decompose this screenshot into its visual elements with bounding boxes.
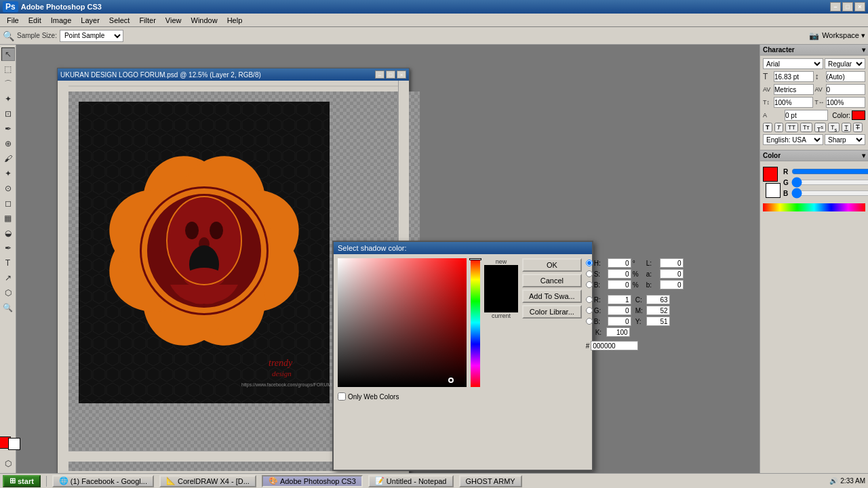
font-style-select[interactable]: Regular — [825, 58, 865, 69]
close-button[interactable]: × — [854, 2, 865, 12]
marquee-tool-button[interactable]: ⬚ — [1, 62, 15, 76]
history-tool-button[interactable]: ⊙ — [1, 182, 15, 195]
menu-file[interactable]: File — [3, 15, 23, 26]
fg-color-box[interactable] — [763, 167, 778, 182]
k-value[interactable] — [606, 327, 630, 337]
current-label: current — [484, 312, 518, 319]
eyedropper-tool-button[interactable]: ✒ — [1, 122, 15, 136]
menu-view[interactable]: View — [161, 15, 186, 26]
baseline-shift-input[interactable] — [785, 110, 828, 121]
language-select[interactable]: English: USA — [763, 134, 823, 145]
hue-radio[interactable] — [586, 260, 593, 266]
g-radio[interactable] — [586, 307, 593, 314]
start-button[interactable]: ⊞ start — [3, 475, 41, 487]
ok-button[interactable]: OK — [522, 258, 582, 272]
r-radio[interactable] — [586, 296, 593, 303]
quick-select-tool-button[interactable]: ✦ — [1, 92, 15, 106]
color-libraries-button[interactable]: Color Librar... — [522, 305, 582, 319]
italic-button[interactable]: T — [774, 123, 784, 132]
h-value[interactable] — [608, 258, 631, 268]
m-value[interactable] — [646, 306, 670, 315]
b-dialog-value[interactable] — [608, 317, 631, 326]
menu-image[interactable]: Image — [47, 15, 76, 26]
hex-input[interactable] — [591, 341, 638, 350]
background-color-swatch[interactable] — [8, 438, 20, 450]
move-tool-button[interactable]: ↖ — [1, 47, 15, 61]
taskbar-ghost-army-button[interactable]: GHOST ARMY — [459, 475, 522, 487]
s-value[interactable] — [608, 269, 631, 279]
shape-tool-button[interactable]: ⬡ — [1, 286, 15, 300]
bg-color-box[interactable] — [766, 183, 781, 198]
brightness-radio[interactable] — [586, 281, 593, 288]
menu-help[interactable]: Help — [223, 15, 247, 26]
a-value[interactable] — [660, 269, 684, 279]
saturation-radio[interactable] — [586, 270, 593, 277]
text-color-swatch[interactable] — [852, 110, 865, 120]
add-to-swatches-button[interactable]: Add To Swa... — [522, 289, 582, 303]
menu-edit[interactable]: Edit — [24, 15, 45, 26]
options-bar: 🔍 Sample Size: Point Sample 3 by 3 Avera… — [0, 27, 868, 45]
b-radio[interactable] — [586, 318, 593, 325]
type-tool-button[interactable]: T — [1, 256, 15, 270]
subscript-button[interactable]: Ts — [828, 123, 840, 132]
b-hsb-value[interactable] — [608, 280, 631, 289]
hue-slider[interactable] — [471, 258, 480, 387]
g-dialog-value[interactable] — [608, 306, 631, 315]
y-value[interactable] — [646, 317, 670, 326]
lasso-tool-button[interactable]: ⌒ — [1, 77, 15, 91]
doc-maximize-button[interactable]: □ — [386, 70, 395, 79]
font-size-input[interactable] — [774, 71, 814, 82]
kerning-select[interactable] — [774, 84, 814, 95]
windows-logo-icon: ⊞ — [9, 476, 16, 485]
superscript-button[interactable]: Ts — [814, 123, 826, 132]
strikethrough-button[interactable]: T̶ — [853, 123, 863, 132]
g-slider[interactable] — [791, 180, 868, 185]
ie-icon: 🌐 — [59, 476, 68, 485]
minimize-button[interactable]: – — [830, 2, 841, 12]
pen-tool-button[interactable]: ✒ — [1, 241, 15, 255]
eraser-tool-button[interactable]: ◻ — [1, 197, 15, 210]
font-family-select[interactable]: Arial — [763, 58, 823, 69]
maximize-button[interactable]: □ — [842, 2, 853, 12]
crop-tool-button[interactable]: ⊡ — [1, 107, 15, 121]
r-dialog-value[interactable] — [608, 295, 631, 304]
menu-select[interactable]: Select — [105, 15, 134, 26]
doc-close-button[interactable]: × — [397, 70, 406, 79]
doc-minimize-button[interactable]: – — [375, 70, 384, 79]
dodge-tool-button[interactable]: ◒ — [1, 226, 15, 240]
bold-button[interactable]: T — [763, 123, 772, 132]
zoom-tool-button[interactable]: 🔍 — [1, 301, 15, 314]
taskbar-coreldraw-button[interactable]: 📐 CorelDRAW X4 - [D... — [159, 475, 256, 487]
screen-mode-button[interactable]: ⬡ — [1, 457, 15, 470]
color-gradient-picker[interactable] — [338, 258, 467, 387]
leading-input[interactable] — [826, 71, 866, 82]
c-value[interactable] — [646, 295, 670, 304]
all-caps-button[interactable]: TT — [785, 123, 798, 132]
menu-layer[interactable]: Layer — [77, 15, 104, 26]
color-panel-title: Color▾ — [760, 150, 868, 161]
taskbar-facebook-button[interactable]: 🌐 (1) Facebook - Googl... — [52, 475, 154, 487]
clone-tool-button[interactable]: ✦ — [1, 167, 15, 180]
sample-size-select[interactable]: Point Sample 3 by 3 Average 5 by 5 Avera… — [60, 30, 123, 42]
color-spectrum-bar[interactable] — [763, 203, 865, 211]
taskbar-notepad-button[interactable]: 📝 Untitled - Notepad — [368, 475, 454, 487]
underline-button[interactable]: T — [842, 123, 851, 132]
cancel-button[interactable]: Cancel — [522, 274, 582, 287]
tracking-input[interactable] — [826, 84, 866, 95]
anti-alias-select[interactable]: Sharp — [825, 134, 865, 145]
b-slider[interactable] — [791, 190, 868, 196]
vertical-scale-input[interactable] — [774, 97, 813, 108]
taskbar-photoshop-button[interactable]: 🎨 Adobe Photoshop CS3 — [262, 475, 363, 487]
path-tool-button[interactable]: ↗ — [1, 271, 15, 285]
menu-filter[interactable]: Filter — [135, 15, 159, 26]
b2-value[interactable] — [660, 280, 684, 289]
small-caps-button[interactable]: Tт — [800, 123, 812, 132]
heal-tool-button[interactable]: ⊕ — [1, 137, 15, 150]
r-slider[interactable] — [791, 169, 868, 174]
menu-window[interactable]: Window — [187, 15, 222, 26]
gradient-tool-button[interactable]: ▦ — [1, 211, 15, 225]
only-web-colors-checkbox[interactable] — [338, 392, 346, 401]
horizontal-scale-input[interactable] — [826, 97, 865, 108]
brush-tool-button[interactable]: 🖌 — [1, 152, 15, 165]
l-value[interactable] — [660, 258, 684, 268]
